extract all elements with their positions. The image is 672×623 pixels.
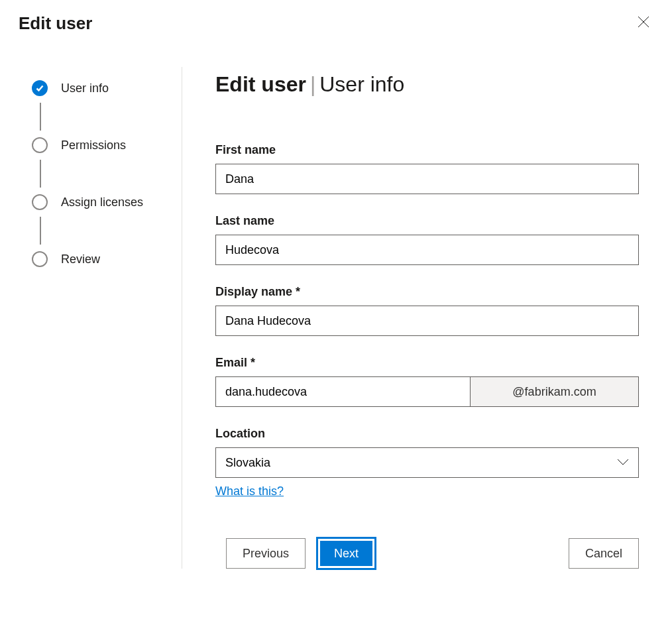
step-connector: [40, 103, 41, 131]
what-is-this-link[interactable]: What is this?: [215, 484, 284, 498]
content-heading-main: Edit user: [215, 72, 306, 96]
location-label: Location: [215, 427, 639, 441]
step-permissions[interactable]: Permissions: [32, 137, 182, 194]
step-label: Review: [61, 253, 100, 266]
panel-title: Edit user: [19, 13, 92, 34]
step-label: Assign licenses: [61, 196, 143, 209]
step-label: Permissions: [61, 139, 126, 152]
previous-button[interactable]: Previous: [226, 538, 306, 569]
first-name-label: First name: [215, 143, 639, 157]
email-local-input[interactable]: [215, 376, 470, 407]
step-indicator-complete-icon: [32, 80, 48, 96]
step-indicator-empty-icon: [32, 194, 48, 210]
step-label: User info: [61, 82, 109, 95]
location-select[interactable]: Slovakia: [215, 447, 639, 478]
step-indicator-empty-icon: [32, 137, 48, 153]
display-name-input[interactable]: [215, 306, 639, 336]
next-button[interactable]: Next: [317, 538, 375, 569]
close-icon: [638, 16, 649, 28]
wizard-buttons: Previous Next Cancel: [215, 538, 639, 569]
step-connector: [40, 160, 41, 188]
heading-divider: |: [310, 72, 315, 96]
display-name-label: Display name: [215, 285, 639, 299]
step-review[interactable]: Review: [32, 251, 182, 267]
panel-header: Edit user: [0, 0, 672, 40]
step-indicator-empty-icon: [32, 251, 48, 267]
first-name-input[interactable]: [215, 164, 639, 194]
close-button[interactable]: [635, 13, 652, 34]
last-name-label: Last name: [215, 214, 639, 228]
last-name-input[interactable]: [215, 235, 639, 265]
content-pane: Edit user|User info First name Last name…: [182, 67, 672, 569]
email-domain: @fabrikam.com: [470, 376, 639, 407]
wizard-sidebar: User info Permissions Assign licenses Re…: [0, 67, 182, 569]
step-assign-licenses[interactable]: Assign licenses: [32, 194, 182, 251]
content-heading: Edit user|User info: [215, 72, 639, 97]
step-connector: [40, 217, 41, 245]
step-user-info[interactable]: User info: [32, 80, 182, 137]
email-label: Email: [215, 356, 639, 370]
content-heading-sub: User info: [319, 72, 404, 96]
cancel-button[interactable]: Cancel: [569, 538, 639, 569]
